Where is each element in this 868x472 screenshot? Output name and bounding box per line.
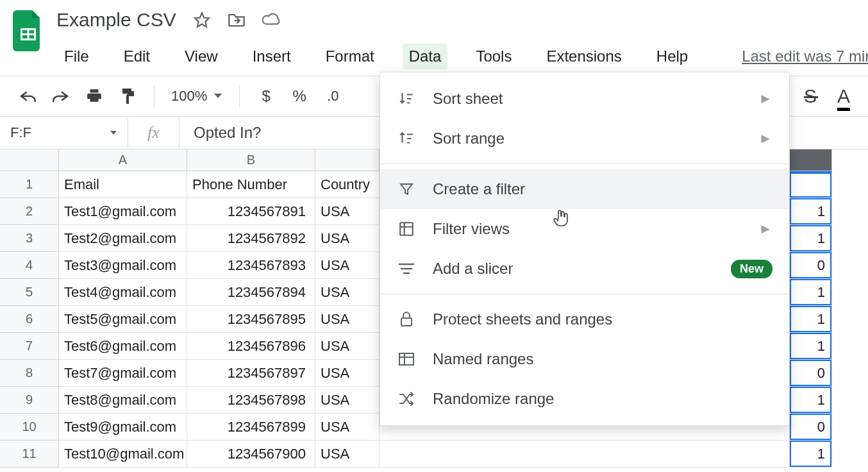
- row-header[interactable]: 11: [0, 441, 59, 468]
- cell[interactable]: 1234567896: [187, 333, 315, 360]
- menu-tools[interactable]: Tools: [469, 44, 518, 69]
- cell[interactable]: 1234567900: [187, 441, 315, 468]
- cell[interactable]: 1234567899: [187, 414, 315, 441]
- zoom-select[interactable]: 100%: [171, 88, 222, 105]
- menu-edit[interactable]: Edit: [117, 44, 156, 69]
- menu-item-sort-range[interactable]: Sort range ►: [380, 119, 789, 158]
- cell[interactable]: USA: [315, 360, 380, 387]
- cell-selected[interactable]: 1: [790, 306, 832, 333]
- cloud-status-icon[interactable]: [262, 11, 280, 29]
- cell[interactable]: Test4@gmail.com: [59, 279, 187, 306]
- menu-insert[interactable]: Insert: [246, 44, 297, 69]
- col-header-b[interactable]: B: [187, 149, 315, 171]
- format-currency[interactable]: $: [256, 87, 276, 106]
- cell[interactable]: Test2@gmail.com: [59, 225, 187, 252]
- menu-item-label: Protect sheets and ranges: [433, 310, 772, 328]
- row-header[interactable]: 8: [0, 360, 59, 387]
- cell[interactable]: 1234567892: [187, 225, 315, 252]
- cell[interactable]: 1234567893: [187, 252, 315, 279]
- format-percent[interactable]: %: [290, 87, 309, 106]
- row-header[interactable]: 3: [0, 225, 59, 252]
- cell[interactable]: USA: [315, 279, 380, 306]
- menu-extensions[interactable]: Extensions: [540, 44, 628, 69]
- cell[interactable]: Test10@gmail.com: [59, 441, 187, 468]
- star-icon[interactable]: [193, 11, 211, 29]
- menu-view[interactable]: View: [178, 44, 224, 69]
- menu-item-label: Filter views: [433, 220, 742, 238]
- cell[interactable]: [380, 441, 790, 468]
- svg-rect-8: [401, 318, 412, 326]
- select-all-corner[interactable]: [0, 149, 59, 171]
- print-icon[interactable]: [85, 87, 104, 106]
- cell-selected[interactable]: 1: [790, 333, 832, 360]
- cell[interactable]: Test8@gmail.com: [59, 387, 187, 414]
- name-box[interactable]: F:F: [0, 118, 128, 148]
- col-header-f-selected[interactable]: [790, 149, 832, 171]
- row-header[interactable]: 4: [0, 252, 59, 279]
- last-edit-link[interactable]: Last edit was 7 minutes: [742, 47, 868, 65]
- cell-selected[interactable]: [790, 171, 832, 198]
- strikethrough-button[interactable]: S: [804, 85, 818, 107]
- row-header[interactable]: 7: [0, 333, 59, 360]
- cell-selected[interactable]: 1: [790, 387, 832, 414]
- menu-item-create-filter[interactable]: Create a filter: [380, 169, 789, 209]
- menu-item-add-slicer[interactable]: Add a slicer New: [380, 249, 789, 289]
- cell-selected[interactable]: 0: [790, 252, 832, 279]
- cell[interactable]: Test3@gmail.com: [59, 252, 187, 279]
- row-header[interactable]: 2: [0, 198, 59, 225]
- document-title[interactable]: Example CSV: [55, 5, 178, 35]
- cell[interactable]: USA: [315, 414, 380, 441]
- cell[interactable]: 1234567891: [187, 198, 315, 225]
- move-to-folder-icon[interactable]: [228, 11, 246, 29]
- cell[interactable]: Test9@gmail.com: [59, 414, 187, 441]
- cell[interactable]: USA: [315, 306, 380, 333]
- cell-selected[interactable]: 1: [790, 198, 832, 225]
- menu-help[interactable]: Help: [650, 44, 694, 69]
- cell[interactable]: 1234567895: [187, 306, 315, 333]
- col-header-a[interactable]: A: [59, 149, 187, 171]
- row-header[interactable]: 1: [0, 171, 59, 198]
- sheets-logo[interactable]: [13, 5, 44, 56]
- text-color-button[interactable]: A: [837, 85, 850, 107]
- menu-data[interactable]: Data: [403, 44, 448, 69]
- cell[interactable]: USA: [315, 441, 380, 468]
- cell[interactable]: 1234567898: [187, 387, 315, 414]
- cell-selected[interactable]: 0: [790, 414, 832, 441]
- row-header[interactable]: 10: [0, 414, 59, 441]
- row-header[interactable]: 6: [0, 306, 59, 333]
- cell[interactable]: Test1@gmail.com: [59, 198, 187, 225]
- cell[interactable]: 1234567897: [187, 360, 315, 387]
- undo-icon[interactable]: [18, 87, 37, 106]
- format-decimal[interactable]: .0: [323, 87, 342, 106]
- paint-format-icon[interactable]: [118, 87, 137, 106]
- cell[interactable]: Test6@gmail.com: [59, 333, 187, 360]
- cell-selected[interactable]: 1: [790, 279, 832, 306]
- menu-format[interactable]: Format: [319, 44, 381, 69]
- cell-selected[interactable]: 0: [790, 360, 832, 387]
- menu-item-randomize[interactable]: Randomize range: [380, 379, 789, 419]
- cell[interactable]: Phone Number: [187, 171, 315, 198]
- menu-item-label: Add a slicer: [433, 260, 714, 278]
- cell[interactable]: Email: [59, 171, 187, 198]
- menu-item-protect[interactable]: Protect sheets and ranges: [380, 299, 789, 339]
- cell[interactable]: 1234567894: [187, 279, 315, 306]
- menu-item-filter-views[interactable]: Filter views ►: [380, 209, 789, 249]
- cell[interactable]: USA: [315, 333, 380, 360]
- cell[interactable]: USA: [315, 198, 380, 225]
- cell[interactable]: USA: [315, 387, 380, 414]
- cell[interactable]: Test5@gmail.com: [59, 306, 187, 333]
- col-header-c[interactable]: [315, 149, 380, 171]
- menu-item-named-ranges[interactable]: Named ranges: [380, 339, 789, 379]
- redo-icon[interactable]: [51, 87, 71, 106]
- cell[interactable]: Country: [315, 171, 380, 198]
- cell[interactable]: Test7@gmail.com: [59, 360, 187, 387]
- menu-separator: [380, 164, 789, 164]
- menu-item-sort-sheet[interactable]: Sort sheet ►: [380, 79, 789, 119]
- cell[interactable]: USA: [315, 225, 380, 252]
- cell[interactable]: USA: [315, 252, 380, 279]
- cell-selected[interactable]: 1: [790, 225, 832, 252]
- menu-file[interactable]: File: [58, 44, 96, 69]
- row-header[interactable]: 9: [0, 387, 59, 414]
- row-header[interactable]: 5: [0, 279, 59, 306]
- cell-selected[interactable]: 1: [790, 441, 832, 468]
